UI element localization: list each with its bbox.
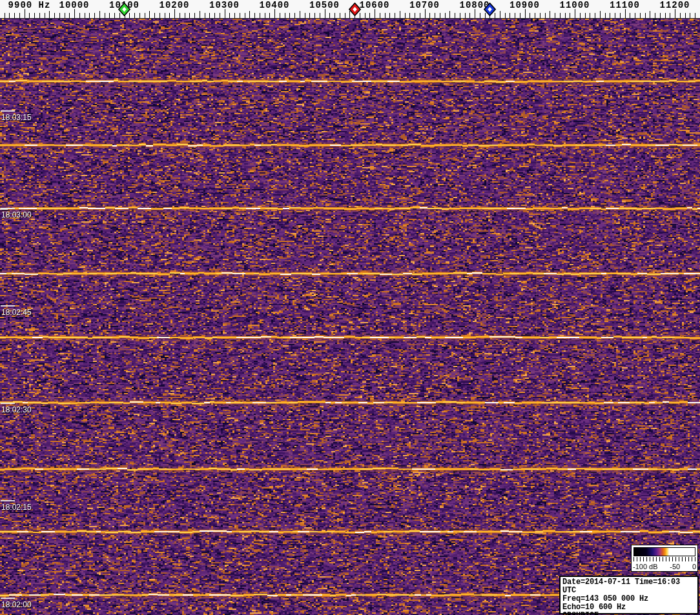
freq-tick-label: 11100: [610, 0, 640, 10]
legend-label-max: 0: [692, 563, 696, 570]
freq-tick-label: 10500: [309, 0, 340, 10]
freq-tick-label: 9900 Hz: [8, 0, 51, 10]
time-label: 18:02:15: [1, 503, 32, 512]
color-gradient-bar: [633, 547, 695, 556]
legend-label-min: -100 dB: [633, 563, 658, 570]
freq-tick-label: 10400: [259, 0, 289, 10]
freq-marker-green[interactable]: [118, 3, 130, 16]
legend-label-mid: -50: [670, 563, 680, 570]
time-tick: [1, 110, 15, 112]
freq-tick-label: 11200: [659, 0, 690, 10]
freq-tick-label: 10700: [409, 0, 440, 10]
freq-tick-label: 11000: [559, 0, 590, 10]
freq-marker-red[interactable]: [349, 3, 361, 16]
time-label: 18:02:45: [1, 308, 32, 317]
color-scale-legend: -100 dB -50 0: [631, 545, 698, 572]
time-tick: [1, 598, 15, 599]
observation-info-box: Date=2014-07-11 Time=16:03 UTCFreq=143 0…: [559, 576, 699, 614]
diamond-icon: [349, 3, 361, 16]
spectrogram-waterfall-app: 9900 Hz100001010010200103001040010500106…: [0, 0, 700, 615]
time-label: 18:03:15: [1, 113, 32, 122]
diamond-icon: [118, 3, 130, 16]
time-tick: [1, 403, 15, 404]
freq-tick-label: 10900: [510, 0, 540, 10]
time-label: 18:03:00: [1, 210, 32, 219]
waterfall-display: [0, 19, 700, 615]
frequency-ruler: 9900 Hz100001010010200103001040010500106…: [0, 0, 700, 19]
freq-tick-label: 10300: [209, 0, 240, 10]
color-scale-ticks: [633, 557, 695, 561]
time-tick: [1, 305, 15, 307]
freq-marker-blue[interactable]: [484, 3, 496, 16]
time-tick: [1, 208, 15, 209]
info-line: OBSUPICE: [562, 612, 695, 615]
time-label: 18:02:30: [1, 405, 32, 414]
freq-tick-label: 10600: [359, 0, 389, 10]
freq-tick-label: 10000: [59, 0, 89, 10]
time-tick: [1, 500, 15, 501]
time-label: 18:02:00: [1, 600, 32, 609]
info-line: Date=2014-07-11 Time=16:03 UTC: [562, 578, 695, 595]
freq-tick-label: 10200: [159, 0, 189, 10]
diamond-icon: [484, 3, 496, 16]
color-scale-labels: -100 dB -50 0: [633, 563, 696, 570]
